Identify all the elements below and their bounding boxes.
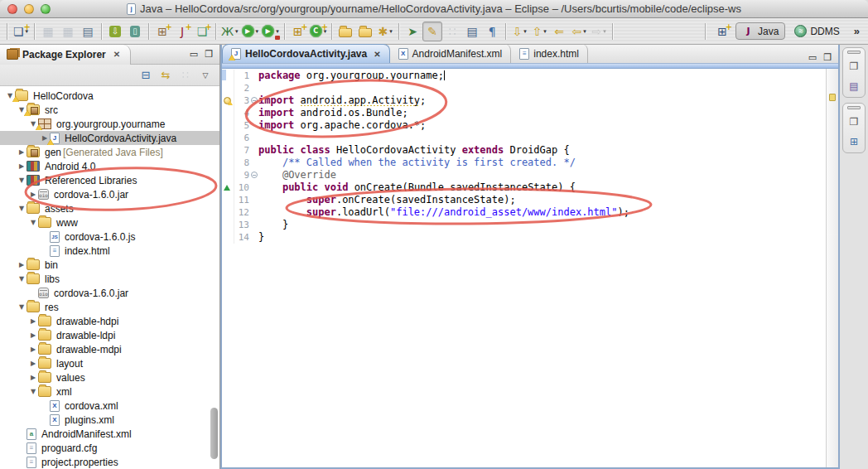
tree-item-referenced-libraries[interactable]: ▼Referenced Libraries (0, 173, 219, 187)
package-explorer-tab[interactable]: Package Explorer ✕ (0, 45, 131, 65)
tree-item-drawable-ldpi[interactable]: ▶drawable-ldpi (0, 328, 219, 342)
new-wizard-button[interactable]: ❏+▾ (11, 22, 31, 41)
warning-marker[interactable] (829, 94, 836, 101)
tree-item-hellocordova[interactable]: ▼HelloCordova (0, 89, 219, 103)
maximize-editor-button[interactable]: ❒ (823, 52, 832, 63)
search-dropdown-icon[interactable]: ▾ (389, 28, 393, 35)
maximize-view-button[interactable]: ❒ (205, 49, 213, 60)
code-line-1[interactable]: 1package org.yourgroup.yourname; (222, 70, 826, 82)
back-dropdown-icon[interactable]: ▾ (583, 28, 586, 35)
view-menu-button[interactable]: ▽ (196, 67, 215, 84)
expand-arrow-icon[interactable]: ▶ (17, 261, 27, 268)
code-line-4[interactable]: 4import android.os.Bundle; (222, 107, 826, 119)
new-java-project-button[interactable]: ⊞+ (288, 22, 308, 41)
tree-item-proguard-cfg[interactable]: ≡proguard.cfg (0, 441, 219, 455)
tree-item-cordova-xml[interactable]: Xcordova.xml (0, 399, 219, 413)
collapse-arrow-icon[interactable]: ▼ (28, 388, 38, 395)
outline-view-button[interactable]: ▤ (846, 79, 862, 94)
code-line-6[interactable]: 6 (222, 132, 826, 144)
tree-item-www[interactable]: ▼www (0, 215, 219, 230)
tree-item-hellocordovaactivity-java[interactable]: ▶JHelloCordovaActivity.java (0, 131, 219, 145)
minimized-view-handle[interactable] (847, 106, 861, 109)
code-line-3[interactable]: 3import android.app.Activity; (222, 94, 826, 107)
tree-item-project-properties[interactable]: ≡project.properties (0, 455, 219, 469)
tree-item-androidmanifest-xml[interactable]: aAndroidManifest.xml (0, 427, 219, 441)
expand-arrow-icon[interactable]: ▶ (17, 162, 27, 170)
collapse-arrow-icon[interactable]: ▼ (17, 205, 27, 212)
import-button[interactable] (335, 22, 355, 41)
tree-item-android-4-0[interactable]: ▶Android 4.0 (0, 159, 219, 173)
show-whitespace-button[interactable]: ¶ (482, 22, 502, 41)
minimize-window-button[interactable] (24, 4, 34, 14)
external-tools-button[interactable]: ▶▾ (260, 22, 281, 41)
search-button[interactable]: ✱▾ (375, 22, 395, 41)
close-window-button[interactable] (7, 4, 17, 14)
next-annotation-button[interactable]: ⇩▾ (509, 22, 529, 41)
task-list-view-button[interactable]: ⊞ (846, 134, 862, 149)
android-sdk-manager-button[interactable]: ⇩ (105, 22, 125, 41)
minimize-view-button[interactable]: ▭ (190, 49, 198, 60)
android-device-manager-button[interactable]: ▯ (125, 22, 145, 41)
code-editor[interactable]: 1package org.yourgroup.yourname;23import… (222, 69, 826, 467)
tree-item-layout[interactable]: ▶layout (0, 356, 219, 370)
new-android-xml-button[interactable]: ❏+ (192, 22, 212, 41)
collapse-arrow-icon[interactable]: ▼ (17, 303, 27, 311)
tree-item-cordova-1-6-0-jar[interactable]: ▶cordova-1.6.0.jar (0, 187, 219, 201)
restore-tasks-view-button[interactable]: ❐ (846, 114, 862, 129)
code-line-8[interactable]: 8 /** Called when the activity is first … (222, 157, 826, 169)
previous-annotation-button[interactable]: ⇧▾ (529, 22, 549, 41)
tree-item-assets[interactable]: ▼assets (0, 201, 219, 215)
next-annotation-dropdown-icon[interactable]: ▾ (523, 28, 527, 35)
expand-arrow-icon[interactable]: ▶ (28, 346, 38, 353)
tree-item-cordova-1-6-0-jar[interactable]: cordova-1.6.0.jar (0, 286, 219, 300)
new-class-button[interactable]: C+▾ (308, 22, 329, 41)
collapse-arrow-icon[interactable]: ▼ (17, 176, 27, 184)
tree-item-res[interactable]: ▼res (0, 300, 219, 314)
link-with-editor-button[interactable]: ⇆ (157, 67, 175, 84)
last-edit-location-button[interactable]: ⇐ (549, 22, 569, 41)
code-line-11[interactable]: 11 super.onCreate(savedInstanceState); (222, 194, 826, 206)
tree-item-values[interactable]: ▶values (0, 370, 219, 384)
run-button[interactable]: ▶▾ (240, 22, 261, 41)
tree-item-libs[interactable]: ▼libs (0, 272, 219, 286)
close-view-icon[interactable]: ✕ (113, 50, 120, 59)
code-line-14[interactable]: 14} (222, 231, 826, 244)
minimize-editor-button[interactable]: ▭ (808, 52, 817, 63)
expand-arrow-icon[interactable]: ▶ (17, 148, 27, 156)
previous-annotation-dropdown-icon[interactable]: ▾ (543, 28, 547, 35)
new-java-package-button[interactable]: ⊞+ (152, 22, 172, 41)
open-type-button[interactable]: ➤ (403, 22, 422, 41)
tree-item-src[interactable]: ▼src (0, 103, 219, 117)
tree-item-drawable-hdpi[interactable]: ▶drawable-hdpi (0, 314, 219, 328)
tree-item-plugins-xml[interactable]: Xplugins.xml (0, 413, 219, 427)
editor-tab-index-html[interactable]: ≡index.html (511, 44, 588, 63)
open-perspective-button[interactable]: ⊞ + (712, 22, 732, 41)
code-line-10[interactable]: 10 public void onCreate(Bundle savedInst… (222, 181, 826, 194)
expand-arrow-icon[interactable]: ▶ (28, 317, 38, 325)
debug-button[interactable]: Ж▾ (219, 22, 240, 41)
forward-dropdown-icon[interactable]: ▾ (603, 28, 606, 35)
back-button[interactable]: ⇦▾ (569, 22, 589, 41)
tree-item-bin[interactable]: ▶bin (0, 258, 219, 272)
code-line-13[interactable]: 13 } (222, 219, 826, 231)
collapse-all-button[interactable]: ⊟ (137, 67, 155, 84)
java-perspective-button[interactable]: J Java (735, 22, 785, 40)
expand-arrow-icon[interactable]: ▶ (28, 360, 38, 367)
zoom-window-button[interactable] (41, 4, 51, 14)
expand-arrow-icon[interactable]: ▶ (28, 374, 38, 381)
debug-dropdown-icon[interactable]: ▾ (235, 28, 239, 35)
tree-item-cordova-1-6-0-js[interactable]: JScordova-1.6.0.js (0, 230, 219, 244)
tree-item-org-yourgroup-yourname[interactable]: ▼org.yourgroup.yourname (0, 117, 219, 131)
editor-tab-hellocordovaactivity-java[interactable]: JHelloCordovaActivity.java✕ (222, 44, 390, 63)
tree-item-drawable-mdpi[interactable]: ▶drawable-mdpi (0, 342, 219, 356)
code-line-12[interactable]: 12 super.loadUrl("file:///android_asset/… (222, 206, 826, 219)
collapse-arrow-icon[interactable]: ▼ (28, 219, 38, 226)
minimized-view-handle[interactable] (847, 51, 861, 54)
new-junit-test-button[interactable]: J+ (172, 22, 192, 41)
mark-occurrences-button[interactable]: ✎ (422, 22, 442, 41)
code-line-5[interactable]: 5import org.apache.cordova.*; (222, 119, 826, 132)
tree-item-xml[interactable]: ▼xml (0, 384, 219, 399)
overview-ruler[interactable] (826, 69, 838, 467)
restore-outline-view-button[interactable]: ❐ (846, 59, 862, 74)
expand-arrow-icon[interactable]: ▶ (28, 331, 38, 339)
